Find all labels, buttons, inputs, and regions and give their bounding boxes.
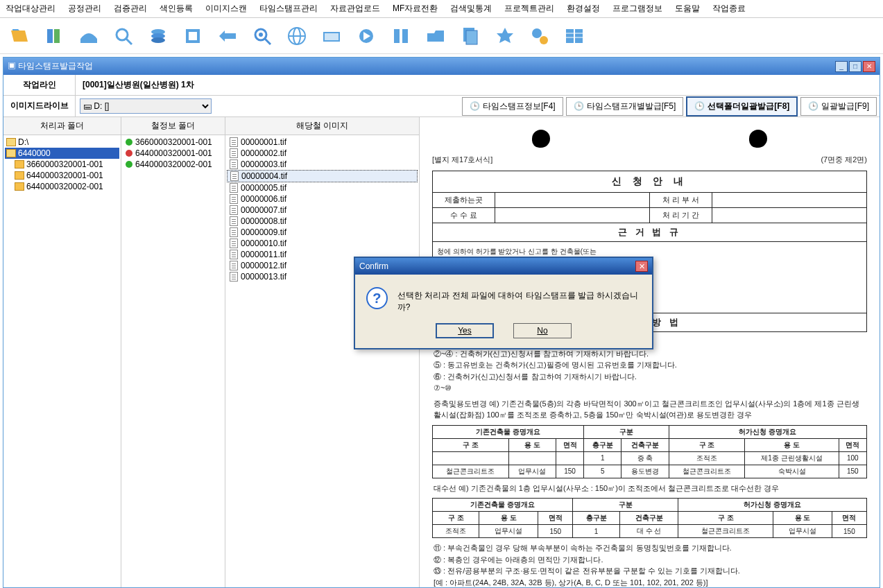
toolbar-btn-2[interactable] [42, 24, 67, 49]
workline-label: 작업라인 [3, 75, 76, 95]
svg-rect-19 [402, 29, 408, 43]
toolbar-btn-15[interactable] [492, 24, 517, 49]
image-item[interactable]: 00000007.tif [227, 205, 418, 216]
minimize-button[interactable]: _ [835, 61, 848, 72]
page-icon [230, 171, 239, 181]
image-item[interactable]: 00000006.tif [227, 193, 418, 205]
toolbar [0, 18, 883, 54]
toolbar-btn-11[interactable] [354, 24, 379, 49]
folder-info-item[interactable]: 6440000320001-001 [123, 148, 223, 159]
tab-batch-issue[interactable]: 🕒일괄발급[F9] [800, 97, 877, 116]
clock-icon: 🕒 [574, 101, 584, 111]
drive-select[interactable]: 🖴 D: [] [80, 98, 212, 114]
dialog-title-bar: Confirm ✕ [355, 258, 652, 275]
tree-item[interactable]: 3660000320001-001 [5, 159, 119, 170]
dialog-message: 선택한 처리과 전체 파일에 대하여 타임스탬프를 발급 하시겠습니까? [397, 287, 641, 313]
folder-info-list[interactable]: 3660000320001-001 6440000320001-001 6440… [121, 135, 225, 171]
menu-item[interactable]: 작업대상관리 [6, 3, 55, 15]
doc-example-table-1: 기존건축물 증명개요구분허가신청 증명개요 구 조용 도면적층구분건축구분구 조… [432, 425, 867, 478]
image-item[interactable]: 00000003.tif [227, 159, 418, 170]
document-preview: [별지 제17호서식] (7면중 제2면) 신 청 안 내 제출하는곳처 리 부… [420, 117, 880, 587]
menu-item[interactable]: 자료관업로드 [330, 3, 380, 15]
toolbar-btn-14[interactable] [458, 24, 483, 49]
tab-individual-issue[interactable]: 🕒타임스탬프개별발급[F5] [566, 97, 684, 116]
folder-icon [15, 171, 24, 180]
menu-item[interactable]: 공정관리 [68, 3, 101, 15]
doc-example-table-2: 기존건축물 증명개요구분허가신청 증명개요 구 조용 도면적층구분건축구분구 조… [432, 498, 867, 538]
yes-button[interactable]: Yes [436, 323, 494, 338]
image-item[interactable]: 00000004.tif [227, 170, 418, 182]
drive-label: 이미지드라이브 [3, 96, 76, 116]
page-icon [230, 239, 238, 248]
page-icon [230, 261, 238, 270]
svg-line-3 [126, 39, 132, 44]
col1-header: 처리과 폴더 [3, 117, 121, 135]
image-item[interactable]: 00000005.tif [227, 182, 418, 193]
folder-icon [15, 160, 24, 168]
svg-rect-18 [394, 29, 400, 43]
folder-icon [15, 182, 24, 191]
dialog-close-button[interactable]: ✕ [635, 261, 648, 272]
menu-item[interactable]: 검색및통계 [450, 3, 492, 15]
status-dot-icon [126, 161, 132, 168]
toolbar-btn-6[interactable] [180, 24, 205, 49]
menu-item[interactable]: 이미지스캔 [205, 3, 247, 15]
menu-item[interactable]: 작업종료 [712, 3, 746, 15]
menu-item[interactable]: MF자료전환 [393, 3, 438, 15]
toolbar-btn-8[interactable] [250, 24, 275, 49]
tree-item[interactable]: 6440000 [5, 148, 119, 159]
tree-item[interactable]: 6440000320002-001 [5, 181, 119, 192]
tree-item[interactable]: 6440000320001-001 [5, 170, 119, 181]
tab-timestamp-info[interactable]: 🕒타임스탬프정보[F4] [462, 97, 563, 116]
menu-item[interactable]: 타임스탬프관리 [259, 3, 318, 15]
menu-bar: 작업대상관리 공정관리 검증관리 색인등록 이미지스캔 타임스탬프관리 자료관업… [0, 0, 883, 18]
col2-header: 철정보 폴더 [121, 117, 225, 135]
page-icon [230, 227, 238, 237]
page-icon [230, 205, 238, 215]
svg-rect-8 [189, 32, 197, 40]
toolbar-btn-3[interactable] [76, 24, 101, 49]
folder-info-item[interactable]: 6440000320002-001 [123, 159, 223, 170]
toolbar-btn-16[interactable] [527, 24, 552, 49]
toolbar-btn-1[interactable] [7, 24, 32, 49]
menu-item[interactable]: 검증관리 [114, 3, 147, 15]
page-icon [230, 194, 238, 204]
toolbar-btn-13[interactable] [423, 24, 448, 49]
status-dot-icon [126, 139, 132, 146]
image-item[interactable]: 00000002.tif [227, 148, 418, 159]
menu-item[interactable]: 프로젝트관리 [504, 3, 554, 15]
page-icon [230, 272, 238, 282]
svg-point-6 [151, 37, 165, 43]
doc-notes: ⑪ : 부속건축물인 경우 당해 부속부분이 속하는 주건축물의 동명칭및번호를… [434, 542, 866, 587]
menu-item[interactable]: 색인등록 [160, 3, 193, 15]
toolbar-btn-4[interactable] [111, 24, 136, 49]
col3-header: 해당철 이미지 [225, 117, 419, 135]
menu-item[interactable]: 도움말 [675, 3, 700, 15]
image-item[interactable]: 00000001.tif [227, 137, 418, 148]
maximize-button[interactable]: □ [849, 61, 861, 72]
folder-tree[interactable]: D:\ 6440000 3660000320001-001 6440000320… [3, 135, 121, 193]
tree-item[interactable]: D:\ [5, 137, 119, 148]
toolbar-btn-12[interactable] [388, 24, 413, 49]
toolbar-btn-5[interactable] [146, 24, 171, 49]
confirm-dialog: Confirm ✕ ? 선택한 처리과 전체 파일에 대하여 타임스탬프를 발급… [354, 257, 653, 349]
image-item[interactable]: 00000009.tif [227, 227, 418, 238]
toolbar-btn-17[interactable] [562, 24, 587, 49]
svg-point-23 [540, 36, 548, 44]
image-item[interactable]: 00000008.tif [227, 216, 418, 227]
toolbar-btn-10[interactable] [319, 24, 344, 49]
menu-item[interactable]: 환경설정 [567, 3, 600, 15]
svg-point-22 [532, 28, 542, 38]
folder-open-icon [6, 149, 16, 157]
page-icon [230, 148, 238, 158]
no-button[interactable]: No [513, 323, 572, 338]
folder-info-item[interactable]: 3660000320001-001 [123, 137, 223, 148]
toolbar-btn-7[interactable] [215, 24, 240, 49]
toolbar-btn-9[interactable] [284, 24, 309, 49]
doc-page-info: (7면중 제2면) [821, 155, 867, 165]
tab-folder-batch-issue[interactable]: 🕒선택폴더일괄발급[F8] [686, 96, 798, 116]
image-item[interactable]: 00000010.tif [227, 238, 418, 249]
menu-item[interactable]: 프로그램정보 [612, 3, 662, 15]
close-button[interactable]: ✕ [863, 61, 875, 72]
page-icon [230, 216, 238, 226]
